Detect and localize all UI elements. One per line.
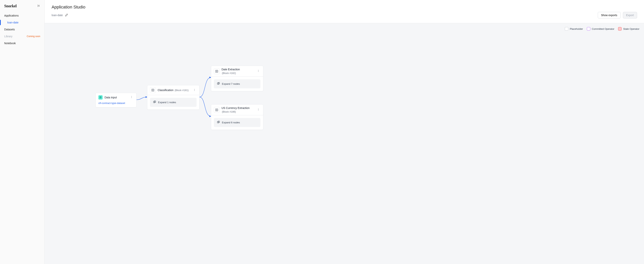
- node-date-extraction[interactable]: Date Extraction (Block #182): [211, 66, 263, 91]
- app-name-label: loan-date: [52, 14, 63, 17]
- node-header: Date Extraction (Block #182): [211, 66, 263, 76]
- sidebar-item-library: Library Coming soon: [0, 33, 44, 40]
- node-title: Data input: [104, 96, 117, 99]
- expand-label: Expand 1 nodes: [158, 101, 176, 104]
- expand-icon: [217, 82, 220, 86]
- app-root: Snorkel Applications loan-date Datasets …: [0, 0, 644, 264]
- node-title: Date Extraction: [222, 68, 240, 71]
- svg-point-7: [194, 89, 195, 89]
- block-icon: [214, 107, 220, 113]
- header-actions: Show exports Export: [598, 12, 637, 19]
- node-body: Expand 7 nodes: [211, 77, 263, 91]
- sidebar: Snorkel Applications loan-date Datasets …: [0, 0, 45, 264]
- node-header: US Currency Extraction (Block #186): [211, 104, 263, 115]
- expand-label: Expand 7 nodes: [222, 82, 240, 85]
- sidebar-item-library-label: Library: [4, 35, 12, 38]
- node-header: D Data input: [96, 93, 136, 102]
- page-header: Application Studio loan-date Show export…: [45, 0, 644, 23]
- expand-button[interactable]: Expand 6 nodes: [214, 118, 260, 127]
- export-button[interactable]: Export: [623, 12, 637, 19]
- node-us-currency-extraction[interactable]: US Currency Extraction (Block #186): [211, 104, 263, 130]
- node-block-id: (Block #182): [222, 72, 236, 75]
- canvas-wrap: Placeholder Committed Operator Stale Ope…: [45, 23, 644, 264]
- svg-point-17: [258, 71, 258, 71]
- coming-soon-badge: Coming soon: [27, 35, 40, 38]
- svg-point-2: [131, 98, 132, 98]
- page-title: Application Studio: [52, 5, 637, 10]
- block-icon: [214, 68, 220, 74]
- svg-point-18: [258, 71, 258, 72]
- expand-label: Expand 6 nodes: [222, 121, 240, 124]
- data-badge-icon: D: [98, 95, 102, 99]
- svg-point-25: [258, 108, 258, 109]
- expand-button[interactable]: Expand 1 nodes: [150, 98, 196, 107]
- sidebar-header: Snorkel: [0, 3, 44, 12]
- canvas[interactable]: D Data input clf-contract-type-dataset: [45, 23, 644, 264]
- node-block-id: (Block #181): [174, 89, 188, 92]
- svg-point-9: [194, 90, 195, 91]
- block-icon: [150, 87, 156, 93]
- node-menu-icon[interactable]: [256, 69, 260, 74]
- node-data-input[interactable]: D Data input clf-contract-type-dataset: [96, 93, 136, 107]
- svg-point-27: [258, 110, 258, 110]
- node-header: Classification (Block #181): [147, 85, 199, 95]
- node-body: Expand 1 nodes: [147, 95, 199, 109]
- svg-point-0: [131, 96, 132, 96]
- svg-point-1: [131, 97, 132, 97]
- svg-point-16: [258, 70, 258, 70]
- collapse-sidebar-icon[interactable]: [37, 4, 40, 8]
- node-body: Expand 6 nodes: [211, 115, 263, 130]
- main: Application Studio loan-date Show export…: [45, 0, 644, 264]
- node-block-id: (Block #186): [222, 110, 236, 113]
- node-title: Classification: [158, 89, 173, 92]
- sidebar-item-applications[interactable]: Applications: [0, 12, 44, 19]
- node-classification[interactable]: Classification (Block #181): [147, 85, 200, 110]
- node-title: US Currency Extraction: [222, 106, 250, 109]
- connectors: [45, 23, 644, 264]
- expand-icon: [217, 121, 220, 124]
- show-exports-button[interactable]: Show exports: [598, 12, 620, 19]
- node-menu-icon[interactable]: [256, 107, 260, 112]
- svg-point-8: [194, 90, 195, 90]
- sidebar-item-loan-date[interactable]: loan-date: [0, 19, 44, 26]
- sidebar-item-notebook[interactable]: Notebook: [0, 40, 44, 47]
- sidebar-nav: Applications loan-date Datasets Library …: [0, 12, 44, 47]
- data-input-link[interactable]: clf-contract-type-dataset: [96, 102, 136, 107]
- svg-point-26: [258, 109, 258, 110]
- header-row: loan-date Show exports Export: [52, 12, 637, 19]
- node-menu-icon[interactable]: [192, 88, 196, 93]
- logo: Snorkel: [4, 4, 17, 8]
- sidebar-item-datasets[interactable]: Datasets: [0, 26, 44, 33]
- header-subtitle: loan-date: [52, 14, 68, 17]
- node-menu-icon[interactable]: [130, 95, 134, 100]
- expand-icon: [153, 100, 156, 104]
- expand-button[interactable]: Expand 7 nodes: [214, 79, 260, 88]
- edit-name-icon[interactable]: [65, 14, 68, 17]
